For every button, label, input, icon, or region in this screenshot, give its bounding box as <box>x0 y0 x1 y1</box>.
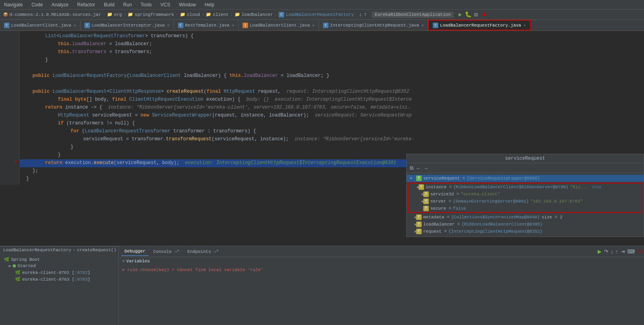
field-icon-lb: f <box>416 222 422 227</box>
code-line-6: public LoadBalancerRequestFactory(LoadBa… <box>20 72 644 80</box>
expand-instance-icon: ▶ <box>412 185 417 189</box>
tab-close-4[interactable]: ✕ <box>421 23 424 28</box>
breadcrumb-org[interactable]: org <box>114 12 122 17</box>
breadcrumb-class[interactable]: LoadBalancerRequestFactory <box>286 12 354 17</box>
breadcrumb-class-icon: C <box>279 12 284 17</box>
main-area: ● List<LoadBalancerRequestTransformer> t… <box>0 31 644 325</box>
menu-window[interactable]: Window <box>178 1 198 8</box>
menu-code[interactable]: Code <box>30 1 44 8</box>
tab-lbrequestfactory[interactable]: C LoadBalancerRequestFactory.java ✕ <box>428 20 531 31</box>
nav-up-icon[interactable]: ↑ <box>363 11 367 18</box>
debugger-tab[interactable]: Debugger <box>121 247 149 256</box>
field-icon-root: f <box>416 176 422 181</box>
endpoints-tab[interactable]: Endpoints →* <box>184 248 222 256</box>
debug-evaluate-btn[interactable]: ⌨ <box>627 249 635 254</box>
field-icon-instance: f <box>419 184 424 190</box>
breadcrumb-bottom: LoadBalancerRequestFactory › createReque… <box>0 246 118 254</box>
tab-label-5: LoadBalancerRequestFactory.java <box>440 23 521 28</box>
instance-8763-label: eureka-client-8763 [:8763] <box>22 277 90 282</box>
console-tab[interactable]: Console →* <box>150 248 183 256</box>
debug-step-over-btn[interactable]: ↷ <box>604 249 608 254</box>
tab-resttemplate[interactable]: C RestTemplate.java ✕ <box>174 20 239 31</box>
console-output-area: ⊘ rule.choose(key) = Cannot find local v… <box>119 265 644 325</box>
breadcrumb-client[interactable]: client <box>213 12 229 17</box>
popup-row-server[interactable]: ▶ f server = {DomainExtractingServer@880… <box>409 198 641 205</box>
spring-boot-root[interactable]: 🌿 Spring Boot <box>2 256 116 263</box>
nav-down-icon[interactable]: ↓ <box>359 11 362 18</box>
expand-secure-icon: ▶ <box>412 206 422 211</box>
debug-bug-icon[interactable]: 🐛 <box>465 11 471 18</box>
started-item[interactable]: ▶ Started <box>2 263 116 269</box>
popup-row-serviceid[interactable]: ▶ f serviceId = "eureka-client" <box>409 191 641 198</box>
run-green-icon[interactable]: ▶ <box>457 11 463 18</box>
menu-build[interactable]: Build <box>102 1 116 8</box>
tab-close-1[interactable]: ✕ <box>167 23 170 28</box>
right-bottom-panel: Debugger Console →* Endpoints →* ▶ ↷ ↓ ↑… <box>119 246 644 325</box>
tab-iloadbalancerclient[interactable]: I LoadBalancerClient.java ✕ <box>239 20 319 31</box>
menu-tools[interactable]: Tools <box>139 1 153 8</box>
coverage-icon[interactable]: ⚄ <box>473 11 479 18</box>
menu-refactor[interactable]: Refactor <box>76 1 97 8</box>
code-line-5 <box>20 64 644 72</box>
breadcrumb-loadbalancer[interactable]: loadbalancer <box>242 12 273 17</box>
breadcrumb-folder-lb: 📁 <box>235 12 240 17</box>
debug-run-cursor-btn[interactable]: ⇥ <box>621 249 625 254</box>
vars-bar: ≡ Variables <box>119 257 644 265</box>
tab-loadbalancerclient[interactable]: C LoadBalancerClient.java ✕ <box>0 20 80 31</box>
breadcrumb-springframework[interactable]: springframework <box>135 12 174 17</box>
tab-label-0: LoadBalancerClient.java <box>11 23 71 28</box>
popup-row-root[interactable]: ▼ f serviceRequest = {ServiceRequestWrap… <box>407 175 644 182</box>
tab-close-2[interactable]: ✕ <box>232 23 234 28</box>
popup-metadata-label: metadata = <box>423 215 449 220</box>
code-line-12: if (transformers != null) { <box>20 120 644 128</box>
tab-loadbalancerinterceptor[interactable]: C LoadBalancerInterceptor.java ✕ <box>80 20 174 31</box>
instance-8763[interactable]: 🌿 eureka-client-8763 [:8763] <box>2 276 116 283</box>
breadcrumb-jar-label[interactable]: d-commons-2.1.0.RELEASE-sources.jar <box>10 12 101 17</box>
menu-help[interactable]: Help <box>203 1 216 8</box>
started-label: Started <box>17 264 36 268</box>
code-line-8: public LoadBalancerRequest<ClientHttpRes… <box>20 88 644 96</box>
popup-row-secure[interactable]: ▶ f secure = false <box>409 205 641 212</box>
tab-close-0[interactable]: ✕ <box>74 23 76 28</box>
code-line-9: final byte[] body, final ClientHttpReque… <box>20 96 644 104</box>
popup-copy-btn[interactable]: ⧉ <box>410 165 413 171</box>
tab-label-1: LoadBalancerInterceptor.java <box>92 23 165 28</box>
menu-navigate[interactable]: Navigate <box>2 1 24 8</box>
popup-row-metadata[interactable]: ▶ f metadata = {Collections$Synchronized… <box>407 214 644 221</box>
tab-label-4: InterceptingClientHttpRequest.java <box>330 23 419 28</box>
popup-forward-btn[interactable]: → <box>423 165 428 171</box>
popup-row-request[interactable]: ▶ f request = {InterceptingClientHttpReq… <box>407 228 644 235</box>
expand-root-icon: ▼ <box>410 176 415 181</box>
debug-stop-btn[interactable]: ✕ <box>637 249 642 254</box>
popup-serviceid-label: serviceId = <box>430 192 459 197</box>
field-icon-req: f <box>416 229 422 234</box>
debug-step-into-btn[interactable]: ↓ <box>611 249 613 254</box>
popup-lb-value: {RibbonLoadBalancerClient@8395} <box>461 222 543 227</box>
expand-serviceid-icon: ▶ <box>412 192 422 197</box>
breadcrumb-bottom-method[interactable]: createRequest() <box>77 248 116 252</box>
tab-close-3[interactable]: ✕ <box>312 23 315 28</box>
breadcrumb-bottom-factory[interactable]: LoadBalancerRequestFactory <box>3 248 71 252</box>
breadcrumb-jar[interactable]: 📦 <box>3 12 8 17</box>
debug-step-out-btn[interactable]: ↑ <box>616 249 619 254</box>
popup-row-loadbalancer[interactable]: ▶ f loadBalancer = {RibbonLoadBalancerCl… <box>407 221 644 228</box>
console-line-rule: ⊘ rule.choose(key) = Cannot find local v… <box>122 267 641 273</box>
tab-label-2: RestTemplate.java <box>185 23 229 28</box>
menu-run[interactable]: Run <box>122 1 134 8</box>
stop-icon[interactable]: ■ <box>481 11 487 18</box>
bottom-panel: LoadBalancerRequestFactory › createReque… <box>0 246 644 325</box>
debug-resume-btn[interactable]: ▶ <box>598 249 602 254</box>
app-name-label[interactable]: EurekaRibbonClientApplication <box>372 11 454 18</box>
breadcrumb-cloud[interactable]: cloud <box>187 12 200 17</box>
popup-instance-value: {RibbonLoadBalancerClient$RibbonServer@8… <box>453 185 568 189</box>
popup-back-btn[interactable]: ← <box>416 165 421 171</box>
popup-metadata-value: size = 2 <box>541 215 562 220</box>
code-line-3: this.transformers = transformers; <box>20 48 644 56</box>
view-link[interactable]: View <box>592 185 601 189</box>
menu-vcs[interactable]: VCS <box>159 1 172 8</box>
menu-analyze[interactable]: Analyze <box>50 1 70 8</box>
tab-close-5[interactable]: ✕ <box>524 23 526 28</box>
tab-interceptingclient[interactable]: C InterceptingClientHttpRequest.java ✕ <box>319 20 428 31</box>
popup-row-instance[interactable]: ▶ f instance = {RibbonLoadBalancerClient… <box>409 184 641 191</box>
instance-8762[interactable]: 🌿 eureka-client-8762 [:8762] <box>2 269 116 276</box>
